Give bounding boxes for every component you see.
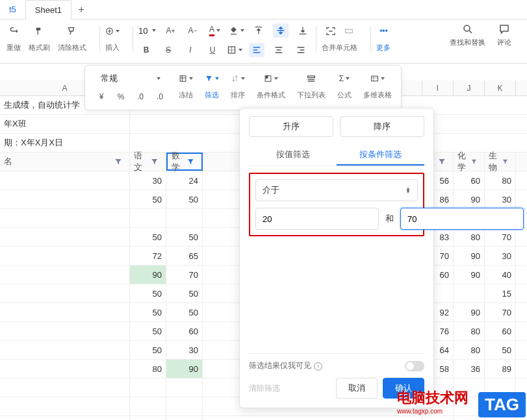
cell-biology[interactable]: 70: [485, 228, 516, 246]
cell-chinese[interactable]: 50: [130, 190, 166, 208]
number-format-select[interactable]: 常规: [95, 71, 166, 86]
sort-desc-button[interactable]: 降序: [340, 116, 424, 137]
cell-math[interactable]: [166, 209, 203, 227]
sort-asc-button[interactable]: 升序: [249, 116, 333, 137]
font-size-selector[interactable]: 10: [138, 26, 156, 36]
cell-biology[interactable]: 40: [485, 266, 516, 284]
filter-icon[interactable]: [205, 71, 219, 86]
cell-chinese[interactable]: 72: [130, 247, 166, 265]
cell-math[interactable]: 50: [166, 190, 203, 208]
cell-chinese[interactable]: [130, 209, 166, 227]
cell-math[interactable]: 50: [166, 303, 203, 321]
cell-biology[interactable]: 89: [485, 360, 516, 378]
filter-chip-icon[interactable]: [114, 157, 123, 166]
cell-biology[interactable]: 30: [485, 247, 516, 265]
col-header-J[interactable]: J: [454, 80, 485, 95]
valign-middle-icon[interactable]: [273, 23, 289, 38]
cond-format-icon[interactable]: [264, 71, 278, 86]
cell-biology[interactable]: 80: [485, 171, 516, 190]
cell-math[interactable]: 50: [166, 228, 203, 246]
filter-tab-by-value[interactable]: 按值筛选: [249, 145, 337, 166]
redo-icon[interactable]: [6, 24, 21, 38]
cell-math[interactable]: 30: [166, 341, 203, 359]
align-center-icon[interactable]: [271, 43, 287, 57]
font-size-decrease-icon[interactable]: A−: [185, 23, 200, 38]
cell-biology[interactable]: 50: [485, 341, 516, 359]
cell-chinese[interactable]: [130, 378, 166, 397]
cell-chemistry[interactable]: 60: [454, 171, 485, 190]
cell-text[interactable]: 期：X年X月X日: [0, 134, 130, 152]
cell-chemistry[interactable]: 90: [454, 190, 485, 208]
condition-value-2-input[interactable]: [400, 208, 524, 230]
cell-math[interactable]: [166, 397, 203, 415]
cell-math[interactable]: 90: [166, 360, 203, 378]
cell-chemistry[interactable]: 90: [454, 266, 485, 284]
cell-chemistry[interactable]: 90: [454, 303, 485, 321]
merge-split-icon[interactable]: [324, 24, 338, 38]
col-header-K[interactable]: K: [485, 80, 516, 95]
cell-math[interactable]: 60: [166, 322, 203, 340]
dropdown-list-icon[interactable]: [304, 71, 318, 86]
cell-chemistry[interactable]: 36: [454, 360, 485, 378]
filter-chip-icon[interactable]: [502, 157, 509, 166]
condition-value-1-input[interactable]: [255, 208, 379, 230]
cell-math[interactable]: 70: [166, 266, 203, 284]
font-size-increase-icon[interactable]: A+: [162, 23, 178, 38]
cancel-button[interactable]: 取消: [336, 378, 378, 399]
cell-chemistry[interactable]: 90: [454, 247, 485, 265]
cell-chinese[interactable]: 30: [130, 171, 166, 190]
comment-button[interactable]: 评论: [497, 23, 511, 47]
cell-chinese[interactable]: 50: [130, 341, 166, 359]
font-color-icon[interactable]: A: [207, 23, 222, 38]
cell-math[interactable]: [166, 378, 203, 397]
cell-biology[interactable]: 30: [485, 190, 516, 208]
formula-icon[interactable]: Σ: [337, 71, 352, 86]
clear-filter-link[interactable]: 清除筛选: [249, 383, 280, 394]
cell-chemistry[interactable]: [454, 284, 485, 303]
currency-icon[interactable]: ¥: [94, 90, 109, 104]
cell-biology[interactable]: 60: [485, 322, 516, 340]
cell-chemistry[interactable]: 80: [454, 228, 485, 246]
align-right-icon[interactable]: [293, 43, 309, 57]
valign-bottom-icon[interactable]: [295, 23, 311, 38]
cell-chinese[interactable]: 80: [130, 360, 166, 378]
cell-chinese[interactable]: [130, 397, 166, 415]
cell-chinese[interactable]: 50: [130, 228, 166, 246]
cell-chinese[interactable]: 50: [130, 284, 166, 303]
bold-icon[interactable]: B: [138, 43, 154, 57]
filter-chip-icon[interactable]: [186, 157, 195, 166]
cell-chinese[interactable]: 30: [130, 416, 166, 420]
decrease-decimal-icon[interactable]: .0: [133, 90, 148, 104]
insert-icon[interactable]: [105, 24, 120, 38]
filter-tab-by-condition[interactable]: 按条件筛选: [337, 145, 424, 166]
filter-chip-icon[interactable]: [470, 157, 478, 166]
clear-format-icon[interactable]: [65, 24, 79, 38]
cell-biology[interactable]: 70: [485, 303, 516, 321]
valign-top-icon[interactable]: [251, 23, 266, 38]
sheet-tab-sheet1[interactable]: Sheet1: [25, 0, 71, 19]
more-icon[interactable]: •••: [376, 24, 391, 38]
cell-chinese[interactable]: 50: [130, 322, 166, 340]
increase-decimal-icon[interactable]: .0: [153, 90, 167, 104]
col-header-I[interactable]: I: [422, 80, 454, 95]
cell-chemistry[interactable]: 80: [454, 322, 485, 340]
cell-chemistry[interactable]: 80: [454, 341, 485, 359]
cell-math[interactable]: 24: [166, 171, 203, 190]
cell-text[interactable]: 年X班: [0, 115, 130, 133]
table-row[interactable]: 3010505030: [0, 416, 527, 420]
format-brush-icon[interactable]: [32, 24, 47, 38]
percent-icon[interactable]: %: [114, 90, 128, 104]
cell-math[interactable]: 65: [166, 247, 203, 265]
align-left-icon[interactable]: [249, 43, 264, 57]
multidim-icon[interactable]: [370, 71, 385, 86]
italic-icon[interactable]: I: [183, 43, 198, 57]
freeze-icon[interactable]: [179, 71, 193, 86]
cell-math[interactable]: 50: [166, 284, 203, 303]
border-icon[interactable]: [227, 43, 242, 57]
cell-physics[interactable]: 50: [422, 416, 454, 420]
fill-color-icon[interactable]: [229, 23, 244, 38]
condition-type-select[interactable]: 介于 ▲▼: [255, 179, 418, 201]
sheet-tab-t5[interactable]: t5: [0, 0, 25, 19]
cell-biology[interactable]: 15: [485, 284, 516, 303]
find-replace-button[interactable]: 查找和替换: [450, 23, 485, 47]
